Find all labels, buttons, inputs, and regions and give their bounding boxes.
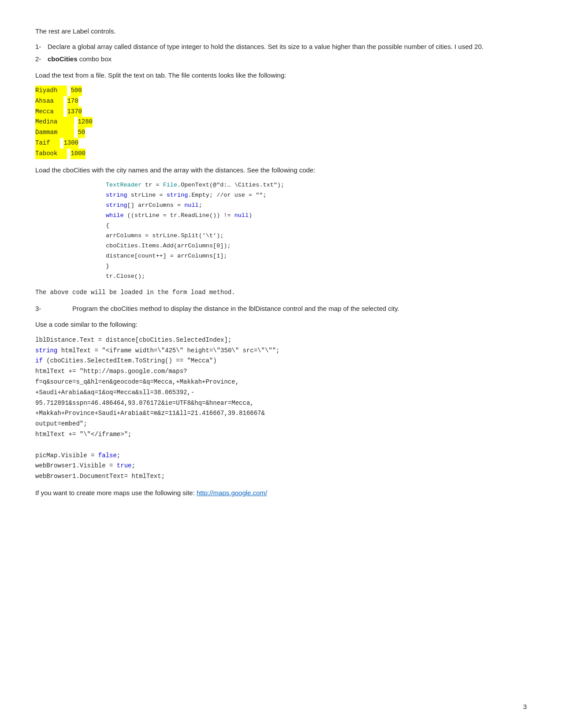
code2-line: webBrowser1.DocumentText= htmlText; — [35, 471, 527, 482]
code2-line: output=embed"; — [35, 419, 527, 429]
code1-line: string strLine = string.Empty; //or use … — [106, 190, 527, 201]
step-3-content: Program the cboCities method to display … — [72, 304, 527, 314]
code-block-2: lblDistance.Text = distance[cboCities.Se… — [35, 335, 527, 482]
intro-text: The rest are Label controls. — [35, 26, 527, 37]
step3-list: 3- Program the cboCities method to displ… — [35, 304, 527, 314]
file-row: Taif 1300 — [35, 138, 527, 149]
above-code-note: The above code will be loaded in the for… — [35, 287, 527, 297]
code1-line: string[] arrColumns = null; — [106, 201, 527, 211]
use-code-intro: Use a code similar to the following: — [35, 320, 527, 330]
step-3: 3- Program the cboCities method to displ… — [35, 304, 527, 314]
final-link[interactable]: http://maps.google.com/ — [197, 489, 267, 497]
step-2-bold: cboCities — [48, 55, 78, 63]
code2-line: webBrowser1.Visible = true; — [35, 461, 527, 471]
page-number: 3 — [523, 703, 527, 710]
cbo-cities-intro: Load the cboCities with the city names a… — [35, 165, 527, 175]
code1-line: } — [106, 261, 527, 272]
file-content-block: Riyadh 500Ahsaa 170Mecca 1370Medina 1280… — [35, 86, 527, 159]
code1-line: cboCities.Items.Add(arrColumns[0]); — [106, 241, 527, 251]
code1-line: { — [106, 221, 527, 231]
code2-line: string htmlText = "<iframe width=\"425\"… — [35, 346, 527, 356]
code2-line: lblDistance.Text = distance[cboCities.Se… — [35, 335, 527, 346]
code2-line: htmlText += "http://maps.google.com/maps… — [35, 366, 527, 377]
file-row: Riyadh 500 — [35, 86, 527, 96]
code1-line: tr.Close(); — [106, 272, 527, 282]
code2-line: f=q&source=s_q&hl=en&geocode=&q=Mecca,+M… — [35, 377, 527, 388]
file-row: Dammam 50 — [35, 127, 527, 138]
steps-list: 1- Declare a global array called distanc… — [35, 42, 527, 64]
file-row: Medina 1280 — [35, 117, 527, 127]
step-2-after: combo box — [78, 55, 112, 63]
code2-line: +Saudi+Arabia&aq=1&oq=Mecca&sll=38.06539… — [35, 388, 527, 398]
step-2: 2- cboCities combo box — [35, 54, 527, 64]
code2-line — [35, 440, 527, 451]
final-text: If you want to create more maps use the … — [35, 488, 527, 498]
code2-line: htmlText += "\"</iframe>"; — [35, 429, 527, 440]
file-load-intro: Load the text from a file. Split the tex… — [35, 71, 527, 81]
code-block-1: TextReader tr = File.OpenText(@"d:… \Cit… — [106, 180, 527, 281]
step-2-content: cboCities combo box — [48, 54, 527, 64]
step-1: 1- Declare a global array called distanc… — [35, 42, 527, 52]
final-text-pre: If you want to create more maps use the … — [35, 489, 197, 497]
step-3-num: 3- — [35, 304, 48, 314]
file-row: Ahsaa 170 — [35, 96, 527, 107]
code1-line: distance[count++] = arrColumns[1]; — [106, 251, 527, 261]
code1-line: TextReader tr = File.OpenText(@"d:… \Cit… — [106, 180, 527, 190]
file-row: Tabook 1000 — [35, 149, 527, 159]
code1-line: while ((strLine = tr.ReadLine()) != null… — [106, 211, 527, 221]
code1-line: arrColumns = strLine.Split('\t'); — [106, 231, 527, 241]
file-row: Mecca 1370 — [35, 107, 527, 117]
code2-line: +Makkah+Province+Saudi+Arabia&t=m&z=11&l… — [35, 408, 527, 419]
step-1-num: 1- — [35, 42, 48, 52]
code2-line: picMap.Visible = false; — [35, 451, 527, 461]
step-1-content: Declare a global array called distance o… — [48, 42, 527, 52]
code2-line: 95.712891&sspn=46.486464,93.076172&ie=UT… — [35, 398, 527, 409]
code2-line: if (cboCities.SelectedItem.ToString() ==… — [35, 356, 527, 366]
step-2-num: 2- — [35, 54, 48, 64]
